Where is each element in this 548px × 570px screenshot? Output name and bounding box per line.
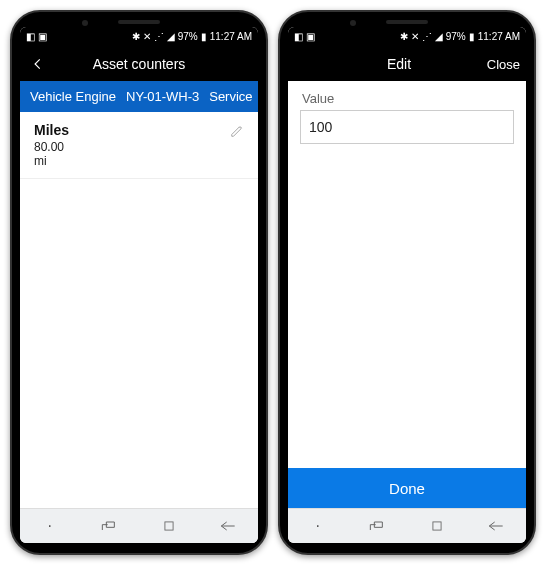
notif-icon: ◧ [294, 32, 303, 42]
notif-icon: ▣ [38, 32, 47, 42]
nav-back-button[interactable] [482, 515, 510, 537]
screen-asset-counters: ◧ ▣ ✱ ✕ ⋰ ◢ 97% ▮ 11:27 AM Asset counter… [20, 27, 258, 543]
chevron-left-icon [31, 57, 45, 71]
notif-icon: ▣ [306, 32, 315, 42]
battery-icon: ▮ [469, 32, 475, 42]
android-nav-bar: · [20, 508, 258, 543]
mute-icon: ✕ [143, 32, 151, 42]
bluetooth-icon: ✱ [132, 32, 140, 42]
clock-text: 11:27 AM [210, 32, 252, 42]
counters-list: Miles 80.00 mi [20, 112, 258, 508]
battery-percent: 97% [178, 32, 198, 42]
phone-right: ◧ ▣ ✱ ✕ ⋰ ◢ 97% ▮ 11:27 AM Edit Close [278, 10, 536, 555]
edit-form: Value [288, 81, 526, 468]
field-label: Value [288, 81, 526, 110]
done-button[interactable]: Done [288, 468, 526, 508]
pencil-icon[interactable] [230, 124, 244, 138]
breadcrumb-item: Service [209, 89, 252, 104]
nav-menu-button[interactable]: · [304, 515, 332, 537]
close-button[interactable]: Close [480, 57, 520, 72]
android-nav-bar: · [288, 508, 526, 543]
app-bar: Edit Close [288, 47, 526, 81]
phone-left: ◧ ▣ ✱ ✕ ⋰ ◢ 97% ▮ 11:27 AM Asset counter… [10, 10, 268, 555]
svg-rect-0 [165, 522, 173, 530]
status-bar: ◧ ▣ ✱ ✕ ⋰ ◢ 97% ▮ 11:27 AM [20, 27, 258, 47]
bluetooth-icon: ✱ [400, 32, 408, 42]
page-title: Asset counters [50, 56, 228, 72]
signal-icon: ◢ [435, 32, 443, 42]
nav-back-button[interactable] [214, 515, 242, 537]
nav-menu-button[interactable]: · [36, 515, 64, 537]
status-bar: ◧ ▣ ✱ ✕ ⋰ ◢ 97% ▮ 11:27 AM [288, 27, 526, 47]
breadcrumb-item: Vehicle Engine [30, 89, 116, 104]
back-button[interactable] [26, 57, 50, 71]
nav-home-button[interactable] [423, 515, 451, 537]
screen-edit: ◧ ▣ ✱ ✕ ⋰ ◢ 97% ▮ 11:27 AM Edit Close [288, 27, 526, 543]
counter-name: Miles [34, 122, 230, 138]
battery-percent: 97% [446, 32, 466, 42]
counter-row[interactable]: Miles 80.00 mi [20, 112, 258, 179]
nav-recent-button[interactable] [363, 515, 391, 537]
breadcrumb[interactable]: Vehicle Engine NY-01-WH-3 Service [20, 81, 258, 112]
clock-text: 11:27 AM [478, 32, 520, 42]
value-input[interactable] [300, 110, 514, 144]
svg-rect-1 [433, 522, 441, 530]
counter-unit: mi [34, 154, 230, 168]
app-bar: Asset counters [20, 47, 258, 81]
breadcrumb-item: NY-01-WH-3 [126, 89, 199, 104]
nav-recent-button[interactable] [95, 515, 123, 537]
notif-icon: ◧ [26, 32, 35, 42]
battery-icon: ▮ [201, 32, 207, 42]
wifi-icon: ⋰ [422, 32, 432, 42]
signal-icon: ◢ [167, 32, 175, 42]
wifi-icon: ⋰ [154, 32, 164, 42]
counter-value: 80.00 [34, 140, 230, 154]
nav-home-button[interactable] [155, 515, 183, 537]
page-title: Edit [318, 56, 480, 72]
mute-icon: ✕ [411, 32, 419, 42]
